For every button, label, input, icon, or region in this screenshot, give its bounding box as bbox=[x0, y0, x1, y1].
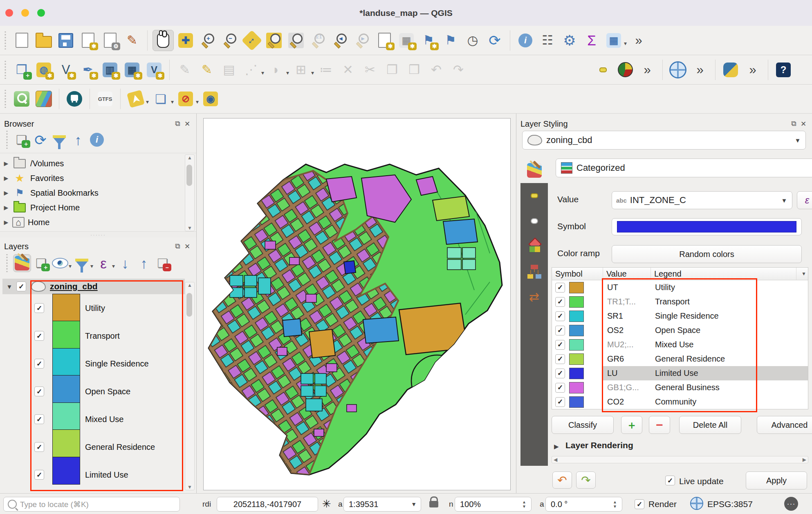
collapse-layer-arrow[interactable]: ▼ bbox=[2, 283, 16, 290]
select-by-location[interactable]: ◉ bbox=[200, 89, 221, 109]
browser-item-project-home[interactable]: ▶Project Home bbox=[0, 200, 184, 215]
tab-labels[interactable] bbox=[520, 183, 548, 208]
spinner-arrows[interactable]: ▲▼ bbox=[610, 498, 620, 510]
expand-arrow-icon[interactable]: ▶ bbox=[0, 219, 12, 226]
category-checkbox[interactable]: ✓ bbox=[555, 397, 565, 407]
messages-icon[interactable]: ··· bbox=[784, 497, 798, 511]
browser-scrollbar[interactable]: ▲▼ bbox=[185, 154, 195, 231]
advanced-button[interactable]: Advanced bbox=[757, 416, 812, 434]
random-colors-button[interactable]: Random colors bbox=[612, 245, 802, 263]
value-field-combo[interactable]: abc INT_ZONE_C ▼ bbox=[612, 191, 792, 209]
add-category-button[interactable]: ＋ bbox=[621, 416, 642, 434]
category-checkbox[interactable]: ✓ bbox=[555, 354, 565, 364]
close-window-button[interactable] bbox=[5, 9, 13, 17]
open-project[interactable] bbox=[34, 30, 54, 51]
locator-search-input[interactable]: Type to locate (⌘K) bbox=[3, 497, 180, 512]
zoom-native[interactable]: 1:1 bbox=[308, 30, 328, 51]
layers-scrollbar[interactable]: ▲▼ bbox=[185, 282, 195, 490]
expand-arrow-icon[interactable]: ▶ bbox=[0, 190, 12, 196]
category-swatch[interactable] bbox=[569, 368, 584, 379]
collapse-all[interactable]: ↑ bbox=[135, 255, 153, 272]
python-console[interactable] bbox=[720, 60, 741, 80]
browser-item-favorites[interactable]: ▶★Favorites bbox=[0, 171, 184, 185]
legend-item-checkbox[interactable]: ✓ bbox=[34, 470, 44, 480]
rotation-spinbox[interactable]: 0.0 ° ▲▼ bbox=[545, 497, 622, 512]
pan-map[interactable] bbox=[153, 30, 174, 51]
new-mesh-layer[interactable]: ▥✱ bbox=[100, 60, 120, 80]
open-attribute-table-dropdown[interactable]: ▾ bbox=[624, 40, 627, 47]
categories-table[interactable]: Symbol Value Legend ▼ ✓UTUtility✓TR1;T..… bbox=[552, 267, 808, 409]
zoom-next[interactable]: ▸ bbox=[352, 30, 372, 51]
styling-layer-combo[interactable]: zoning_cbd ▼ bbox=[522, 131, 806, 150]
select-features-by-value[interactable]: ❏ bbox=[150, 89, 171, 109]
new-geopackage-layer[interactable]: ◍✱ bbox=[34, 60, 54, 80]
browser-filter[interactable] bbox=[51, 131, 68, 148]
select-features-dropdown[interactable]: ▾ bbox=[146, 98, 149, 105]
new-3d-map-view[interactable]: ▦✱ bbox=[396, 30, 417, 51]
crs-globe-icon[interactable] bbox=[690, 497, 703, 510]
crs-value[interactable]: EPSG:3857 bbox=[707, 499, 753, 509]
float-panel-icon[interactable]: ⧉ bbox=[789, 120, 799, 128]
category-checkbox[interactable]: ✓ bbox=[555, 340, 565, 350]
maximize-window-button[interactable] bbox=[37, 9, 45, 17]
minimize-window-button[interactable] bbox=[21, 9, 29, 17]
style-manager[interactable]: ✎ bbox=[122, 30, 142, 51]
new-project[interactable] bbox=[11, 30, 32, 51]
show-spatial-bookmarks[interactable]: ⚑ bbox=[440, 30, 461, 51]
browser-refresh[interactable]: ⟳ bbox=[32, 131, 49, 148]
legend-item-checkbox[interactable]: ✓ bbox=[34, 414, 44, 424]
vertex-tool-dropdown[interactable]: ▾ bbox=[311, 69, 314, 76]
toolbar-overflow-2[interactable]: » bbox=[637, 60, 657, 80]
manage-map-themes[interactable] bbox=[52, 255, 69, 272]
add-group[interactable]: ❏＋ bbox=[33, 255, 50, 272]
new-virtual-layer[interactable]: ▦✱ bbox=[122, 60, 142, 80]
osm-place-search[interactable] bbox=[11, 89, 32, 109]
quickmapservices[interactable] bbox=[34, 89, 54, 109]
category-swatch[interactable] bbox=[569, 353, 584, 365]
select-features[interactable]: ➤ bbox=[126, 89, 146, 109]
manage-map-themes-dropdown[interactable]: ▾ bbox=[69, 263, 72, 269]
expression-builder-button[interactable]: ε bbox=[797, 191, 812, 209]
category-checkbox[interactable]: ✓ bbox=[555, 283, 565, 293]
category-row-gr6[interactable]: ✓GR6General Residence bbox=[552, 352, 808, 366]
lock-scale-icon[interactable] bbox=[429, 501, 438, 507]
copy-features[interactable]: ❐ bbox=[382, 60, 402, 80]
refresh-map[interactable]: ⟳ bbox=[485, 30, 505, 51]
new-temporary-scratch-layer[interactable]: ✒✱ bbox=[78, 60, 98, 80]
redo-style-button[interactable]: ↷ bbox=[576, 472, 596, 489]
cut-features[interactable]: ✂ bbox=[360, 60, 380, 80]
layer-visibility-checkbox[interactable]: ✓ bbox=[16, 282, 26, 291]
delete-all-button[interactable]: Delete All bbox=[679, 416, 741, 434]
filter-legend-dropdown[interactable]: ▾ bbox=[90, 263, 93, 269]
float-panel-icon[interactable]: ⧉ bbox=[173, 120, 182, 128]
extents-icon[interactable]: ✳ bbox=[322, 498, 331, 510]
category-swatch[interactable] bbox=[569, 311, 584, 322]
category-row-lu[interactable]: ✓LULimited Use bbox=[552, 366, 808, 380]
tab-history[interactable]: ⇄ bbox=[520, 284, 548, 310]
new-shapefile-layer[interactable]: V✱ bbox=[56, 60, 76, 80]
map-canvas[interactable] bbox=[203, 118, 511, 490]
scale-combo[interactable]: 1:39531 ▼ bbox=[343, 497, 421, 512]
expand-arrow-icon[interactable]: ▶ bbox=[554, 443, 559, 450]
remove-category-button[interactable]: − bbox=[649, 416, 670, 434]
remove-layer[interactable]: ❏− bbox=[154, 255, 171, 272]
renderer-combo[interactable]: Categorized bbox=[556, 159, 812, 177]
layer-item-zoning-cbd[interactable]: ▼ ✓ zoning_cbd bbox=[2, 279, 185, 294]
toolbar-overflow-4[interactable]: » bbox=[742, 60, 763, 80]
add-shape-dropdown[interactable]: ▾ bbox=[286, 69, 289, 76]
layer-rendering-section[interactable]: Layer Rendering bbox=[565, 440, 633, 450]
legend-item-checkbox[interactable]: ✓ bbox=[34, 442, 44, 452]
gtfs-go[interactable]: GTFS bbox=[95, 89, 115, 109]
apply-button[interactable]: Apply bbox=[746, 472, 807, 489]
layer-labeling[interactable] bbox=[593, 60, 613, 80]
expand-arrow-icon[interactable]: ▶ bbox=[0, 160, 12, 167]
zoom-to-layer[interactable] bbox=[286, 30, 306, 51]
live-update-checkbox[interactable]: ✓ bbox=[665, 476, 675, 485]
temporal-controller[interactable]: ◷ bbox=[462, 30, 483, 51]
category-swatch[interactable] bbox=[569, 282, 584, 293]
category-swatch[interactable] bbox=[569, 396, 584, 408]
panel-splitter[interactable]: ······ bbox=[0, 231, 196, 237]
spinner-arrows[interactable]: ▲▼ bbox=[519, 498, 529, 510]
category-row-mu2[interactable]: ✓MU2;...Mixed Use bbox=[552, 337, 808, 352]
category-row-os2[interactable]: ✓OS2Open Space bbox=[552, 323, 808, 337]
